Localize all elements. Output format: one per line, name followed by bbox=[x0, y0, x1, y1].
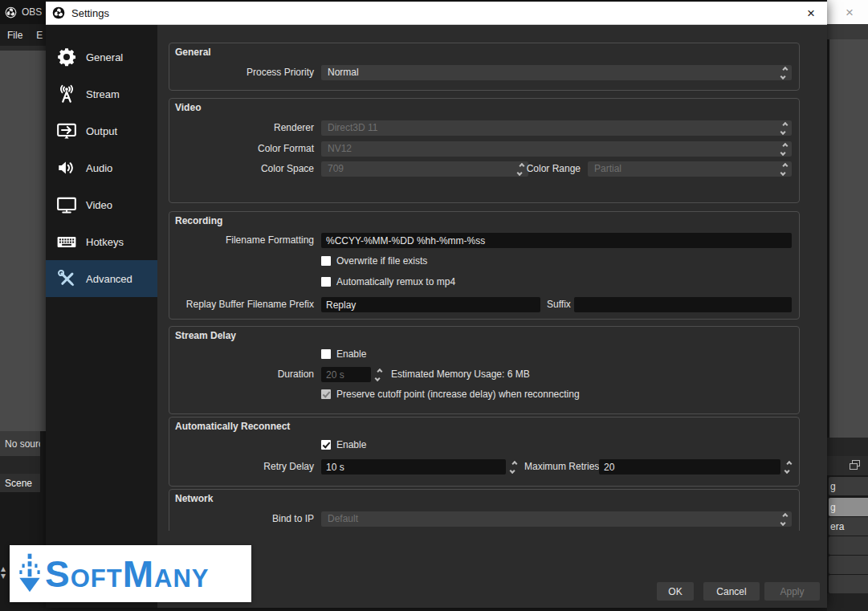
duration-spinbox bbox=[321, 367, 371, 382]
behind-window-band bbox=[827, 24, 868, 39]
cancel-button[interactable]: Cancel bbox=[703, 582, 760, 601]
controls-button-4[interactable] bbox=[829, 536, 868, 555]
overwrite-checkbox[interactable] bbox=[321, 256, 331, 266]
controls-button-3[interactable]: era bbox=[829, 517, 868, 536]
logo-letter: OFT bbox=[71, 566, 123, 591]
section-general: General Process Priority Normal bbox=[169, 43, 800, 91]
settings-dialog: Settings × General bbox=[46, 2, 827, 608]
section-title: Automatically Reconnect bbox=[175, 421, 290, 432]
chevron-updown-icon bbox=[778, 161, 790, 177]
behind-window-close-icon[interactable]: × bbox=[841, 4, 858, 22]
process-priority-value: Normal bbox=[328, 67, 359, 78]
sidebar-item-label: Stream bbox=[86, 88, 120, 100]
settings-scroll-area[interactable]: General Process Priority Normal Video Re… bbox=[163, 33, 827, 531]
retry-delay-spinbox[interactable] bbox=[321, 459, 506, 475]
color-range-value: Partial bbox=[594, 163, 621, 174]
sidebar-item-output[interactable]: Output bbox=[46, 112, 157, 149]
ok-button[interactable]: OK bbox=[657, 582, 694, 601]
section-network: Network Bind to IP Default bbox=[169, 489, 800, 531]
section-title: Video bbox=[175, 102, 201, 113]
remux-label: Automatically remux to mp4 bbox=[336, 276, 455, 287]
dock-gap bbox=[0, 456, 40, 474]
scene-list-item[interactable]: Scene bbox=[0, 474, 40, 492]
section-stream-delay: Stream Delay Enable Duration Estimated M… bbox=[169, 326, 800, 414]
controls-button-5[interactable] bbox=[829, 556, 868, 574]
chevron-updown-icon[interactable] bbox=[782, 459, 794, 475]
logo-letter: S bbox=[45, 556, 71, 593]
max-retries-spinbox[interactable] bbox=[599, 459, 780, 475]
duration-label: Duration bbox=[169, 367, 314, 382]
main-window-title: OBS bbox=[22, 6, 42, 18]
settings-titlebar: Settings × bbox=[46, 2, 827, 25]
reconnect-enable-label: Enable bbox=[336, 439, 366, 450]
reconnect-enable-checkbox[interactable] bbox=[321, 440, 331, 450]
no-sources-message: No sourc bbox=[0, 431, 40, 456]
softmany-watermark: S OFT M ANY bbox=[10, 545, 251, 602]
filename-formatting-input[interactable] bbox=[321, 233, 792, 248]
right-strip-bottom bbox=[827, 593, 868, 611]
sidebar-item-label: Video bbox=[86, 199, 112, 211]
speaker-icon bbox=[56, 157, 77, 178]
dialog-title: Settings bbox=[71, 7, 109, 19]
obs-logo-icon bbox=[52, 6, 65, 19]
chevron-updown-icon[interactable] bbox=[373, 367, 385, 382]
section-reconnect: Automatically Reconnect Enable Retry Del… bbox=[169, 417, 800, 487]
remux-checkbox[interactable] bbox=[321, 277, 331, 287]
preview-area-left bbox=[0, 46, 46, 431]
section-title: Recording bbox=[175, 215, 222, 226]
stream-delay-enable-checkbox[interactable] bbox=[321, 349, 331, 359]
memory-usage-text: Estimated Memory Usage: 6 MB bbox=[391, 367, 530, 382]
color-format-value: NV12 bbox=[328, 143, 352, 154]
sidebar-item-video[interactable]: Video bbox=[46, 186, 157, 223]
sidebar-item-advanced[interactable]: Advanced bbox=[46, 260, 157, 297]
suffix-input[interactable] bbox=[574, 297, 792, 312]
menu-file[interactable]: File bbox=[7, 30, 22, 41]
settings-sidebar: General Stream bbox=[46, 25, 157, 608]
monitor-arrow-icon bbox=[56, 120, 77, 141]
max-retries-label: Maximum Retries bbox=[524, 459, 599, 475]
duplicate-window-icon[interactable] bbox=[850, 460, 861, 470]
renderer-select: Direct3D 11 bbox=[321, 120, 792, 136]
preview-area-right bbox=[829, 39, 868, 438]
screenshot-root: OBS File E No sourc Scene ▴▾ × g g era bbox=[0, 0, 868, 611]
sidebar-item-audio[interactable]: Audio bbox=[46, 149, 157, 186]
sidebar-item-label: General bbox=[86, 51, 123, 63]
main-menubar: File E bbox=[0, 24, 46, 46]
controls-button-6[interactable] bbox=[829, 575, 868, 593]
replay-prefix-label: Replay Buffer Filename Prefix bbox=[169, 297, 314, 312]
sidebar-item-label: Output bbox=[86, 125, 117, 137]
obs-logo-icon bbox=[5, 6, 17, 18]
process-priority-select[interactable]: Normal bbox=[321, 65, 792, 80]
renderer-label: Renderer bbox=[169, 120, 314, 136]
right-dock-gap bbox=[827, 438, 868, 456]
close-icon[interactable]: × bbox=[801, 5, 821, 22]
color-range-select: Partial bbox=[588, 161, 792, 177]
filename-formatting-label: Filename Formatting bbox=[169, 233, 314, 248]
section-recording: Recording Filename Formatting Overwrite … bbox=[169, 211, 800, 320]
chevron-updown-icon[interactable] bbox=[507, 459, 520, 475]
main-window-titlebar: OBS bbox=[0, 0, 46, 24]
controls-button-2[interactable]: g bbox=[829, 498, 868, 516]
color-range-label: Color Range bbox=[436, 161, 581, 177]
bind-ip-label: Bind to IP bbox=[169, 511, 314, 527]
antenna-icon bbox=[56, 84, 77, 104]
section-title: Network bbox=[175, 493, 213, 504]
sidebar-item-label: Hotkeys bbox=[86, 236, 124, 248]
chevron-updown-icon bbox=[778, 120, 790, 136]
monitor-icon bbox=[56, 194, 77, 215]
controls-button-1[interactable]: g bbox=[829, 477, 868, 495]
replay-prefix-input[interactable] bbox=[321, 297, 540, 312]
menu-edit[interactable]: E bbox=[36, 30, 43, 41]
bind-ip-select: Default bbox=[321, 511, 792, 527]
sidebar-item-stream[interactable]: Stream bbox=[46, 75, 157, 112]
color-space-label: Color Space bbox=[169, 161, 314, 177]
tools-icon bbox=[56, 268, 77, 289]
preserve-cutoff-checkbox bbox=[321, 389, 331, 399]
bind-ip-value: Default bbox=[328, 513, 358, 524]
section-title: Stream Delay bbox=[175, 330, 236, 341]
sidebar-item-general[interactable]: General bbox=[46, 39, 157, 75]
sidebar-item-hotkeys[interactable]: Hotkeys bbox=[46, 223, 157, 260]
renderer-value: Direct3D 11 bbox=[328, 122, 377, 133]
controls-dock-header bbox=[827, 456, 868, 475]
color-format-select: NV12 bbox=[321, 141, 792, 157]
